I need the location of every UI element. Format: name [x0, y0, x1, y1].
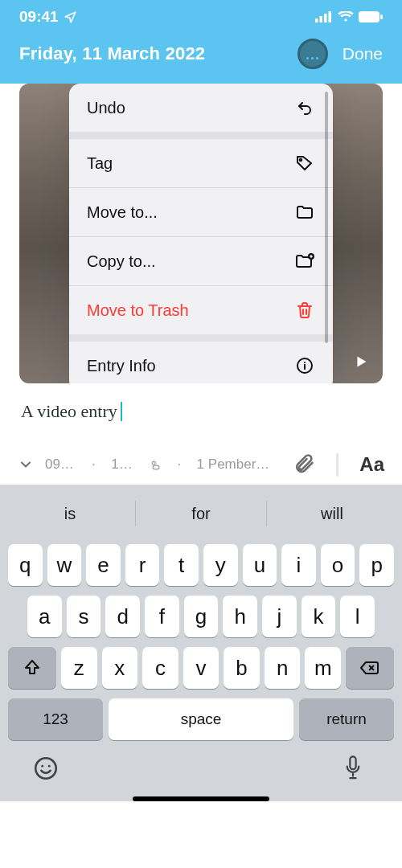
key-e[interactable]: e: [86, 544, 121, 586]
key-k[interactable]: k: [302, 596, 336, 637]
weather-icon: [150, 458, 161, 471]
home-indicator[interactable]: [133, 796, 269, 801]
toolbar-time[interactable]: 09:33: [45, 457, 76, 473]
keyboard-suggestions: is for will: [5, 493, 397, 534]
toolbar-divider: [336, 452, 339, 477]
play-icon[interactable]: [352, 353, 370, 371]
toolbar-weather[interactable]: 11°C: [111, 457, 138, 473]
svg-rect-17: [350, 756, 355, 769]
key-t[interactable]: t: [164, 544, 199, 586]
emoji-button[interactable]: [32, 755, 61, 784]
menu-entry-info[interactable]: Entry Info: [69, 342, 333, 383]
key-123[interactable]: 123: [8, 698, 103, 740]
key-c[interactable]: c: [142, 647, 178, 689]
key-v[interactable]: v: [183, 647, 219, 689]
key-x[interactable]: x: [102, 647, 138, 689]
menu-move-to[interactable]: Move to...: [69, 187, 333, 236]
toolbar-location[interactable]: 1 Pemberto...: [197, 457, 270, 473]
entry-text-value: A video entry: [21, 401, 117, 422]
menu-undo[interactable]: Undo: [69, 84, 333, 132]
text-format-button[interactable]: Aa: [359, 453, 384, 476]
svg-point-14: [35, 758, 56, 779]
key-p[interactable]: p: [359, 544, 394, 586]
key-i[interactable]: i: [281, 544, 316, 586]
done-button[interactable]: Done: [343, 44, 383, 63]
key-o[interactable]: o: [321, 544, 355, 586]
mic-button[interactable]: [341, 755, 370, 784]
key-u[interactable]: u: [243, 544, 277, 586]
svg-point-10: [304, 362, 306, 363]
video-preview[interactable]: Undo Tag Move to... Copy to... Move to T…: [19, 84, 383, 383]
suggestion-2[interactable]: for: [136, 493, 266, 534]
more-button[interactable]: [297, 39, 328, 69]
menu-tag-label: Tag: [87, 154, 113, 173]
svg-rect-4: [359, 11, 379, 23]
menu-trash-label: Move to Trash: [87, 301, 189, 320]
key-s[interactable]: s: [67, 596, 101, 637]
menu-copy-to[interactable]: Copy to...: [69, 236, 333, 285]
key-backspace[interactable]: [346, 647, 394, 689]
key-return[interactable]: return: [299, 698, 394, 740]
key-n[interactable]: n: [265, 647, 301, 689]
wifi-icon: [338, 11, 354, 23]
svg-rect-2: [324, 14, 327, 23]
key-shift[interactable]: [8, 647, 56, 689]
key-d[interactable]: d: [105, 596, 140, 637]
key-w[interactable]: w: [47, 544, 82, 586]
undo-icon: [294, 97, 315, 118]
entry-toolbar: 09:33 · 11°C · 1 Pemberto... Aa: [0, 422, 402, 485]
key-space[interactable]: space: [109, 698, 293, 740]
svg-rect-5: [380, 14, 383, 19]
info-icon: [294, 355, 315, 376]
text-cursor: [121, 402, 122, 421]
suggestion-3[interactable]: will: [267, 493, 397, 534]
key-h[interactable]: h: [223, 596, 257, 637]
menu-copy-label: Copy to...: [87, 252, 156, 271]
key-r[interactable]: r: [125, 544, 160, 586]
suggestion-1[interactable]: is: [5, 493, 135, 534]
key-j[interactable]: j: [262, 596, 297, 637]
status-time: 09:41: [19, 8, 59, 26]
key-m[interactable]: m: [305, 647, 341, 689]
menu-info-label: Entry Info: [87, 357, 156, 375]
entry-text-input[interactable]: A video entry: [0, 383, 402, 422]
key-f[interactable]: f: [145, 596, 179, 637]
key-l[interactable]: l: [340, 596, 375, 637]
menu-undo-label: Undo: [87, 99, 125, 117]
key-b[interactable]: b: [224, 647, 260, 689]
svg-point-16: [48, 765, 51, 768]
svg-rect-1: [320, 16, 323, 23]
menu-move-label: Move to...: [87, 203, 158, 222]
battery-icon: [359, 11, 383, 23]
trash-icon: [294, 300, 315, 321]
key-a[interactable]: a: [27, 596, 62, 637]
folder-icon: [294, 202, 315, 223]
svg-point-11: [153, 461, 156, 465]
svg-rect-3: [329, 11, 332, 23]
menu-tag[interactable]: Tag: [69, 139, 333, 187]
chevron-down-icon[interactable]: [18, 457, 34, 473]
tag-icon: [294, 153, 315, 174]
key-g[interactable]: g: [184, 596, 219, 637]
key-q[interactable]: q: [8, 544, 43, 586]
cellular-icon: [315, 11, 333, 23]
keyboard: is for will q w e r t y u i o p a s d f …: [0, 485, 402, 801]
attachment-button[interactable]: [293, 452, 315, 477]
menu-move-to-trash[interactable]: Move to Trash: [69, 285, 333, 334]
page-title: Friday, 11 March 2022: [19, 43, 205, 64]
location-arrow-icon: [64, 10, 77, 24]
context-menu: Undo Tag Move to... Copy to... Move to T…: [69, 84, 333, 383]
svg-point-15: [41, 765, 43, 768]
key-z[interactable]: z: [61, 647, 97, 689]
status-bar: 09:41: [0, 0, 402, 29]
svg-point-6: [300, 159, 302, 162]
svg-rect-0: [315, 18, 318, 23]
key-y[interactable]: y: [203, 544, 238, 586]
folder-plus-icon: [294, 251, 315, 272]
menu-scrollbar[interactable]: [325, 92, 328, 343]
